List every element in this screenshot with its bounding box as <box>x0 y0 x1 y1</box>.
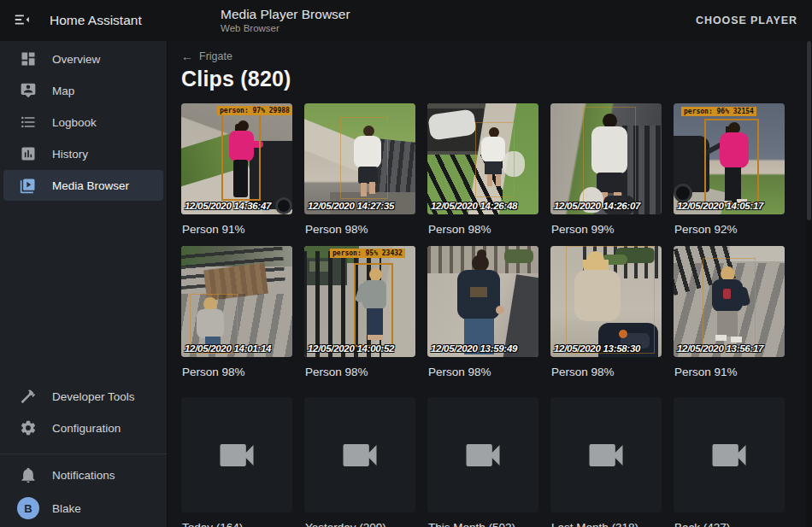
folder-item-today[interactable]: Today (164) <box>181 397 292 527</box>
photo-shape <box>566 246 655 354</box>
video-camera-icon <box>338 433 382 477</box>
sidebar-item-label: Developer Tools <box>52 390 135 403</box>
page-title: Media Player Browser <box>221 7 350 22</box>
photo-shape <box>477 249 486 259</box>
detection-label: person: 96% 32154 <box>681 107 756 116</box>
detection-label: person: 97% 29988 <box>217 106 292 115</box>
app-title: Home Assistant <box>50 13 142 28</box>
clip-item[interactable]: 12/05/2020 13:59:49 Person 98% <box>427 246 538 389</box>
sidebar-item-label: Overview <box>52 53 100 66</box>
scrollbar[interactable] <box>806 41 812 527</box>
clip-photo <box>550 246 662 357</box>
clip-thumbnail: person: 96% 32154 12/05/2020 14:05:17 <box>674 103 785 214</box>
clip-thumbnail: 12/05/2020 14:26:48 <box>427 103 538 214</box>
clip-thumbnail: 12/05/2020 13:56:17 <box>674 246 785 357</box>
sidebar-item-label: History <box>52 148 88 161</box>
clip-caption: Person 98% <box>428 221 538 237</box>
clip-item[interactable]: 12/05/2020 14:26:07 Person 99% <box>550 103 662 246</box>
clip-item[interactable]: person: 96% 32154 12/05/2020 14:05:17 Pe… <box>674 103 785 246</box>
gear-icon <box>20 419 37 436</box>
video-camera-icon <box>707 433 751 477</box>
main-content: ← Frigate Clips (820) person: 97% 29988 … <box>167 41 812 527</box>
clip-timestamp: 12/05/2020 13:56:17 <box>677 343 763 354</box>
clip-item[interactable]: person: 97% 29988 12/05/2020 14:36:47 Pe… <box>181 103 292 246</box>
sidebar-item-label: Notifications <box>52 469 115 482</box>
clip-item[interactable]: 12/05/2020 13:58:30 Person 98% <box>550 246 662 389</box>
scrollbar-thumb[interactable] <box>807 41 811 220</box>
back-link[interactable]: ← Frigate <box>181 50 232 63</box>
photo-shape <box>704 119 759 204</box>
photo-shape <box>504 249 533 263</box>
clip-item[interactable]: 12/05/2020 14:01:14 Person 98% <box>181 246 292 389</box>
folder-item-yesterday[interactable]: Yesterday (209) <box>304 397 415 527</box>
clip-thumbnail: person: 97% 29988 12/05/2020 14:36:47 <box>181 103 292 214</box>
clip-photo <box>181 103 292 214</box>
page-heading: Clips (820) <box>181 67 812 91</box>
sidebar-item-history[interactable]: History <box>3 138 163 169</box>
folder-label: Today (164) <box>182 519 292 527</box>
clip-grid: person: 97% 29988 12/05/2020 14:36:47 Pe… <box>181 103 812 389</box>
folder-item-back[interactable]: Back (427) <box>674 397 785 527</box>
folder-item-this-month[interactable]: This Month (502) <box>427 397 538 527</box>
sidebar-item-notifications[interactable]: Notifications <box>3 460 163 490</box>
folder-item-last-month[interactable]: Last Month (318) <box>550 397 662 527</box>
video-camera-icon <box>584 433 628 477</box>
clip-thumbnail: person: 95% 23432 12/05/2020 14:00:52 <box>304 246 415 357</box>
clip-photo <box>304 246 415 357</box>
logbook-list-icon <box>20 114 37 131</box>
clip-caption: Person 91% <box>674 364 785 380</box>
clip-timestamp: 12/05/2020 14:26:07 <box>554 201 640 211</box>
sidebar-item-developer-tools[interactable]: Developer Tools <box>3 381 163 412</box>
clip-caption: Person 98% <box>182 364 292 380</box>
folder-label: This Month (502) <box>428 519 538 527</box>
folder-label: Back (427) <box>674 519 785 527</box>
photo-shape <box>475 122 515 197</box>
folder-tile <box>674 397 785 512</box>
sidebar-footer-items: Developer ToolsConfiguration <box>0 381 167 443</box>
folder-tile <box>181 397 292 512</box>
clip-photo <box>674 103 785 214</box>
hammer-icon <box>20 388 37 405</box>
photo-shape <box>340 117 388 199</box>
video-camera-icon <box>461 433 505 477</box>
photo-shape <box>275 197 292 214</box>
media-browser-icon <box>20 177 37 194</box>
sidebar-item-logbook[interactable]: Logbook <box>3 107 163 138</box>
clip-thumbnail: 12/05/2020 13:58:30 <box>550 246 662 357</box>
photo-shape <box>583 107 636 209</box>
clip-caption: Person 92% <box>674 221 785 237</box>
page-title-block: Media Player Browser Web Browser <box>221 7 350 34</box>
sidebar-item-label: Logbook <box>52 116 97 129</box>
dashboard-icon <box>20 50 37 67</box>
app-root: Home Assistant Media Player Browser Web … <box>0 0 812 527</box>
clip-photo <box>674 246 785 357</box>
choose-player-button[interactable]: CHOOSE PLAYER <box>696 0 797 41</box>
sidebar-item-media-browser[interactable]: Media Browser <box>3 170 163 201</box>
sidebar-item-overview[interactable]: Overview <box>3 44 163 74</box>
clip-thumbnail: 12/05/2020 14:27:35 <box>304 103 415 214</box>
clip-item[interactable]: 12/05/2020 14:26:48 Person 98% <box>427 103 538 246</box>
back-arrow-icon: ← <box>181 50 193 63</box>
sidebar-footer: Developer ToolsConfiguration Notificatio… <box>0 381 167 525</box>
photo-shape <box>674 184 692 202</box>
photo-shape <box>470 287 487 297</box>
clip-item[interactable]: person: 95% 23432 12/05/2020 14:00:52 Pe… <box>304 246 415 389</box>
sidebar-item-map[interactable]: Map <box>3 75 163 106</box>
map-account-icon <box>20 82 37 99</box>
sidebar-item-user[interactable]: B Blake <box>3 491 163 525</box>
photo-shape <box>221 114 261 201</box>
sidebar-item-configuration[interactable]: Configuration <box>3 413 163 443</box>
clip-photo <box>427 246 538 357</box>
page-subtitle: Web Browser <box>221 23 350 34</box>
clip-item[interactable]: 12/05/2020 14:27:35 Person 98% <box>304 103 415 246</box>
bell-icon <box>20 466 37 483</box>
clip-timestamp: 12/05/2020 14:01:14 <box>185 343 271 354</box>
sidebar-toggle-button[interactable] <box>13 10 33 31</box>
video-camera-icon <box>215 433 259 477</box>
clip-caption: Person 98% <box>305 221 415 237</box>
clip-item[interactable]: 12/05/2020 13:56:17 Person 91% <box>674 246 785 389</box>
clip-caption: Person 98% <box>305 364 415 380</box>
clip-caption: Person 91% <box>182 221 292 237</box>
back-label: Frigate <box>199 50 232 62</box>
history-chart-icon <box>20 145 37 162</box>
